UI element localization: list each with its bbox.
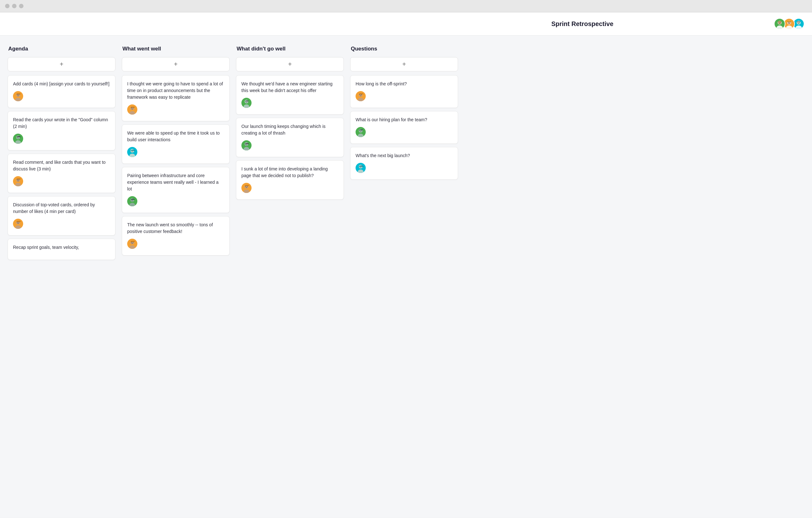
- svg-point-19: [16, 136, 20, 139]
- svg-point-34: [133, 108, 134, 108]
- card-w1[interactable]: I thought we were going to have to spend…: [122, 75, 230, 121]
- svg-point-44: [129, 245, 135, 249]
- svg-point-40: [129, 203, 135, 206]
- svg-point-64: [358, 134, 364, 137]
- svg-point-39: [130, 198, 134, 202]
- svg-point-26: [19, 179, 19, 180]
- card-a5[interactable]: Recap sprint goals, team velocity,: [8, 239, 115, 260]
- card-text-w4: The new launch went so smoothly -- tons …: [127, 222, 224, 235]
- card-text-w2: We were able to speed up the time it too…: [127, 130, 224, 143]
- card-avatar-w3: [127, 196, 137, 206]
- svg-point-48: [243, 104, 249, 108]
- card-avatar-d1: [241, 98, 252, 108]
- svg-point-32: [129, 111, 135, 115]
- column-questions: Questions+How long is the off-sprint? Wh…: [350, 46, 458, 183]
- svg-point-57: [245, 186, 246, 187]
- card-text-a3: Read comment, and like cards that you wa…: [13, 159, 110, 172]
- column-went-well: What went well+I thought we were going t…: [122, 46, 230, 259]
- column-title-went-well: What went well: [122, 46, 230, 52]
- svg-point-45: [131, 242, 132, 243]
- card-a3[interactable]: Read comment, and like cards that you wa…: [8, 154, 115, 193]
- svg-point-29: [17, 222, 18, 222]
- svg-point-66: [361, 130, 362, 131]
- card-d1[interactable]: We thought we'd have a new engineer star…: [236, 75, 344, 115]
- card-q1[interactable]: How long is the off-sprint?: [350, 75, 458, 108]
- card-text-a2: Read the cards your wrote in the "Good" …: [13, 116, 110, 130]
- svg-point-28: [15, 225, 21, 229]
- add-card-button-questions[interactable]: +: [350, 57, 458, 72]
- card-text-d2: Our launch timing keeps changing which i…: [241, 123, 339, 136]
- card-text-w3: Pairing between infrastructure and core …: [127, 172, 224, 192]
- card-text-q3: What's the next big launch?: [355, 152, 453, 159]
- window-chrome: [0, 0, 812, 12]
- app-container: Sprint Retrospective: [0, 12, 812, 518]
- svg-point-9: [789, 22, 790, 23]
- chrome-dot-yellow: [12, 4, 17, 8]
- card-avatar-w1: [127, 104, 137, 115]
- card-text-d1: We thought we'd have a new engineer star…: [241, 81, 339, 94]
- card-q2[interactable]: What is our hiring plan for the team?: [350, 111, 458, 144]
- card-q3[interactable]: What's the next big launch?: [350, 147, 458, 180]
- card-a4[interactable]: Discussion of top-voted cards, ordered b…: [8, 196, 115, 236]
- svg-point-51: [244, 142, 249, 146]
- svg-point-33: [131, 108, 132, 108]
- card-avatar-a3: [13, 176, 23, 186]
- svg-point-47: [244, 100, 249, 104]
- header-avatar-group: [774, 18, 804, 29]
- svg-point-61: [360, 94, 360, 95]
- svg-point-17: [17, 94, 18, 95]
- card-text-a1: Add cards (4 min) [assign your cards to …: [13, 81, 110, 87]
- card-w2[interactable]: We were able to speed up the time it too…: [122, 125, 230, 164]
- column-title-questions: Questions: [350, 46, 458, 52]
- svg-point-46: [133, 242, 134, 243]
- svg-point-3: [779, 22, 779, 23]
- add-card-button-agenda[interactable]: +: [8, 57, 115, 72]
- svg-point-36: [129, 154, 135, 157]
- card-avatar-d3: [241, 183, 252, 193]
- card-text-a5: Recap sprint goals, team velocity,: [13, 244, 110, 251]
- board-area: Agenda+Add cards (4 min) [assign your ca…: [0, 35, 812, 273]
- card-avatar-a4: [13, 219, 23, 229]
- column-title-agenda: Agenda: [8, 46, 115, 52]
- svg-point-13: [798, 22, 799, 23]
- column-didnt-go-well: What didn't go well+We thought we'd have…: [236, 46, 344, 203]
- svg-point-8: [788, 22, 789, 23]
- card-d2[interactable]: Our launch timing keeps changing which i…: [236, 118, 344, 157]
- svg-point-60: [358, 98, 364, 101]
- card-text-q2: What is our hiring plan for the team?: [355, 116, 453, 123]
- card-text-q1: How long is the off-sprint?: [355, 81, 453, 87]
- card-text-d3: I sunk a lot of time into developing a l…: [241, 166, 339, 179]
- chrome-dot-red: [5, 4, 9, 8]
- svg-point-62: [361, 94, 362, 95]
- svg-point-56: [243, 190, 249, 193]
- chrome-dot-green: [19, 4, 24, 8]
- svg-point-20: [15, 140, 21, 144]
- svg-point-4: [780, 22, 781, 23]
- svg-point-22: [19, 137, 19, 137]
- card-w3[interactable]: Pairing between infrastructure and core …: [122, 167, 230, 213]
- svg-point-11: [795, 25, 802, 29]
- page-title: Sprint Retrospective: [391, 20, 774, 28]
- app-header: Sprint Retrospective: [0, 12, 812, 35]
- svg-point-14: [799, 22, 800, 23]
- svg-point-16: [15, 98, 21, 101]
- card-w4[interactable]: The new launch went so smoothly -- tons …: [122, 216, 230, 255]
- add-card-button-went-well[interactable]: +: [122, 57, 230, 72]
- svg-point-52: [243, 147, 249, 151]
- card-avatar-q1: [355, 91, 366, 101]
- card-a1[interactable]: Add cards (4 min) [assign your cards to …: [8, 75, 115, 108]
- card-text-w1: I thought we were going to have to spend…: [127, 81, 224, 101]
- svg-point-18: [19, 94, 19, 95]
- card-avatar-w4: [127, 239, 137, 249]
- add-card-button-didnt-go-well[interactable]: +: [236, 57, 344, 72]
- card-avatar-w2: [127, 147, 137, 157]
- card-a2[interactable]: Read the cards your wrote in the "Good" …: [8, 111, 115, 151]
- card-avatar-d2: [241, 140, 252, 151]
- card-avatar-a1: [13, 91, 23, 101]
- svg-point-58: [247, 186, 248, 187]
- svg-point-25: [17, 179, 18, 180]
- card-avatar-q3: [355, 163, 366, 173]
- svg-point-1: [777, 25, 783, 29]
- card-d3[interactable]: I sunk a lot of time into developing a l…: [236, 160, 344, 200]
- svg-point-68: [358, 169, 364, 173]
